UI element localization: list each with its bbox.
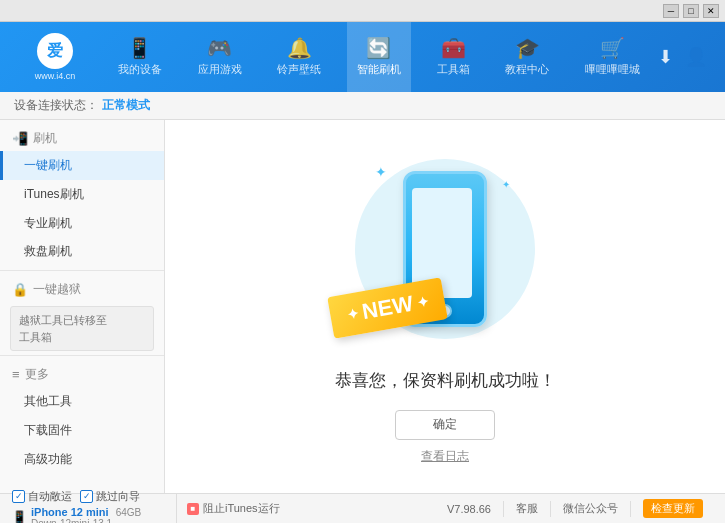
header: 爱 www.i4.cn 📱 我的设备 🎮 应用游戏 🔔 铃声壁纸 🔄 智能刷机 … (0, 22, 725, 92)
sidebar-group-more: ≡ 更多 (0, 360, 164, 387)
confirm-button[interactable]: 确定 (395, 410, 495, 440)
skip-wizard-label: 跳过向导 (96, 489, 140, 504)
sidebar-item-other-tools[interactable]: 其他工具 (0, 387, 164, 416)
skip-wizard-check-icon: ✓ (80, 490, 93, 503)
sidebar: 📲 刷机 一键刷机 iTunes刷机 专业刷机 救盘刷机 🔒 一键越狱 越狱工具… (0, 120, 165, 493)
bottom-right: V7.98.66 客服 微信公众号 检查更新 (447, 499, 713, 518)
jailbreak-group-label: 一键越狱 (33, 281, 81, 298)
version-text: V7.98.66 (447, 503, 491, 515)
sidebar-item-download-firmware[interactable]: 下载固件 (0, 416, 164, 445)
app-game-icon: 🎮 (207, 38, 232, 58)
stop-icon: ■ (187, 503, 199, 515)
nav-smart-flash-label: 智能刷机 (357, 62, 401, 77)
separator-2 (550, 501, 551, 517)
nav-ringtone-label: 铃声壁纸 (277, 62, 321, 77)
nav-bosi-label: 嗶哩嗶哩城 (585, 62, 640, 77)
jailbreak-group-icon: 🔒 (12, 282, 28, 297)
my-device-icon: 📱 (127, 38, 152, 58)
phone-illustration: ✦ ✦ ✦ ✦ NEW ✦ (345, 149, 545, 349)
minimize-button[interactable]: ─ (663, 4, 679, 18)
device-phone-icon: 📱 (12, 510, 27, 523)
sidebar-divider-2 (0, 355, 164, 356)
sidebar-group-flash: 📲 刷机 (0, 124, 164, 151)
checkbox-row: ✓ 自动敞运 ✓ 跳过向导 (12, 489, 166, 504)
sidebar-item-recovery-flash[interactable]: 救盘刷机 (0, 237, 164, 266)
flash-group-icon: 📲 (12, 131, 28, 146)
pro-flash-label: 专业刷机 (24, 216, 72, 230)
auto-launch-check-icon: ✓ (12, 490, 25, 503)
device-row: 📱 iPhone 12 mini 64GB Down-12mini-13,1 (12, 506, 166, 524)
check-update-button[interactable]: 检查更新 (643, 499, 703, 518)
skip-wizard-checkbox[interactable]: ✓ 跳过向导 (80, 489, 140, 504)
nav-app-game-label: 应用游戏 (198, 62, 242, 77)
separator-1 (503, 501, 504, 517)
nav-tutorial-label: 教程中心 (505, 62, 549, 77)
logo-url: www.i4.cn (35, 71, 76, 81)
nav-my-device-label: 我的设备 (118, 62, 162, 77)
success-message: 恭喜您，保资料刷机成功啦！ (335, 369, 556, 392)
jailbreak-notice: 越狱工具已转移至工具箱 (10, 306, 154, 351)
nav-my-device[interactable]: 📱 我的设备 (108, 22, 172, 92)
sidebar-group-jailbreak: 🔒 一键越狱 (0, 275, 164, 302)
separator-3 (630, 501, 631, 517)
window-controls[interactable]: ─ □ ✕ (663, 4, 719, 18)
nav-tutorial[interactable]: 🎓 教程中心 (495, 22, 559, 92)
toolbox-icon: 🧰 (441, 38, 466, 58)
status-label: 设备连接状态： (14, 97, 98, 114)
new-star-left: ✦ (345, 305, 360, 323)
device-firmware: Down-12mini-13,1 (31, 518, 141, 524)
device-name: iPhone 12 mini (31, 506, 109, 518)
sparkle-2: ✦ (502, 179, 510, 190)
ringtone-icon: 🔔 (287, 38, 312, 58)
nav-right-buttons: ⬇ 👤 (658, 46, 715, 68)
new-star-right: ✦ (415, 292, 430, 310)
main-layout: 📲 刷机 一键刷机 iTunes刷机 专业刷机 救盘刷机 🔒 一键越狱 越狱工具… (0, 120, 725, 493)
history-link[interactable]: 查看日志 (421, 448, 469, 465)
nav-app-game[interactable]: 🎮 应用游戏 (188, 22, 252, 92)
advanced-label: 高级功能 (24, 452, 72, 466)
itunes-status-label: 阻止iTunes运行 (203, 501, 280, 516)
device-storage: 64GB (116, 507, 142, 518)
logo-icon: 爱 (37, 33, 73, 69)
sidebar-divider-1 (0, 270, 164, 271)
nav-smart-flash[interactable]: 🔄 智能刷机 (347, 22, 411, 92)
nav-toolbox-label: 工具箱 (437, 62, 470, 77)
store-icon: 🛒 (600, 38, 625, 58)
status-bar: 设备连接状态： 正常模式 (0, 92, 725, 120)
more-group-label: 更多 (25, 366, 49, 383)
nav-ringtone-wallpaper[interactable]: 🔔 铃声壁纸 (267, 22, 331, 92)
itunes-status: ■ 阻止iTunes运行 (187, 501, 280, 516)
user-button[interactable]: 👤 (685, 46, 707, 68)
close-button[interactable]: ✕ (703, 4, 719, 18)
maximize-button[interactable]: □ (683, 4, 699, 18)
sidebar-item-advanced[interactable]: 高级功能 (0, 445, 164, 474)
auto-launch-checkbox[interactable]: ✓ 自动敞运 (12, 489, 72, 504)
status-value: 正常模式 (102, 97, 150, 114)
auto-launch-label: 自动敞运 (28, 489, 72, 504)
sidebar-item-itunes-flash[interactable]: iTunes刷机 (0, 180, 164, 209)
customer-service-link[interactable]: 客服 (516, 501, 538, 516)
itunes-flash-label: iTunes刷机 (24, 187, 84, 201)
recovery-flash-label: 救盘刷机 (24, 244, 72, 258)
title-bar: ─ □ ✕ (0, 0, 725, 22)
other-tools-label: 其他工具 (24, 394, 72, 408)
sidebar-item-pro-flash[interactable]: 专业刷机 (0, 209, 164, 238)
one-click-flash-label: 一键刷机 (24, 158, 72, 172)
new-badge-text: NEW (360, 290, 415, 325)
flash-group-label: 刷机 (33, 130, 57, 147)
nav-toolbox[interactable]: 🧰 工具箱 (427, 22, 480, 92)
device-info: iPhone 12 mini 64GB Down-12mini-13,1 (31, 506, 141, 524)
download-button[interactable]: ⬇ (658, 46, 673, 68)
content-area: ✦ ✦ ✦ ✦ NEW ✦ 恭喜您，保资料刷机成功啦！ 确定 查看日志 (165, 120, 725, 493)
sidebar-item-one-click-flash[interactable]: 一键刷机 (0, 151, 164, 180)
nav-bosi-store[interactable]: 🛒 嗶哩嗶哩城 (575, 22, 650, 92)
smart-flash-icon: 🔄 (366, 38, 391, 58)
jailbreak-notice-text: 越狱工具已转移至工具箱 (19, 314, 107, 343)
download-firmware-label: 下载固件 (24, 423, 72, 437)
wechat-link[interactable]: 微信公众号 (563, 501, 618, 516)
more-group-icon: ≡ (12, 367, 20, 382)
itunes-status-area: ■ 阻止iTunes运行 (177, 501, 447, 516)
nav-items: 📱 我的设备 🎮 应用游戏 🔔 铃声壁纸 🔄 智能刷机 🧰 工具箱 🎓 教程中心… (100, 22, 658, 92)
sparkle-1: ✦ (375, 164, 387, 180)
logo-area[interactable]: 爱 www.i4.cn (10, 33, 100, 81)
